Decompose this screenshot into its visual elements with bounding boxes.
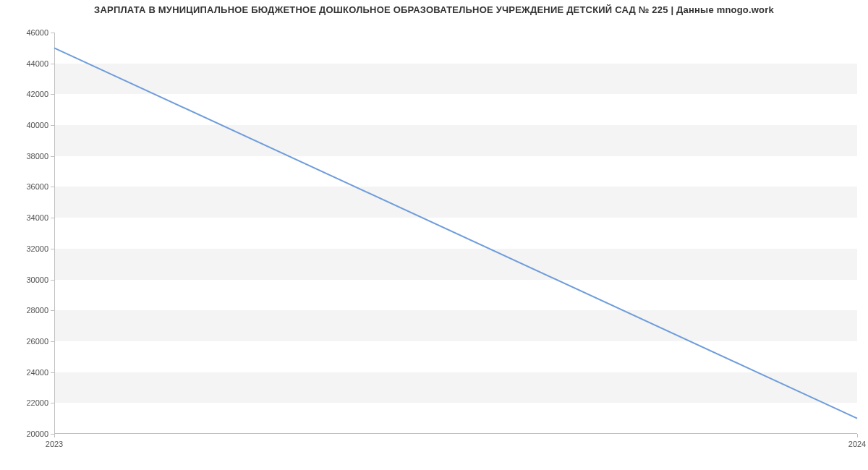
y-tick-mark [51,125,54,126]
y-tick-mark [51,280,54,281]
y-tick-label: 32000 [26,244,48,253]
y-tick-label: 42000 [26,90,48,98]
x-tick-mark [54,434,55,437]
y-tick-mark [51,403,54,403]
plot-area: 2000022000240002600028000300003200034000… [54,33,857,434]
y-tick-label: 40000 [26,121,48,129]
y-tick-mark [51,341,54,342]
y-tick-label: 28000 [26,306,48,315]
line-layer [54,33,857,434]
y-tick-mark [51,94,54,95]
x-tick-mark [857,434,858,437]
y-tick-label: 26000 [26,337,48,346]
y-tick-label: 38000 [26,152,48,161]
chart-title: ЗАРПЛАТА В МУНИЦИПАЛЬНОЕ БЮДЖЕТНОЕ ДОШКО… [0,4,868,15]
x-tick-label: 2023 [46,440,63,448]
y-tick-mark [51,33,54,33]
y-tick-mark [51,249,54,249]
chart-container: ЗАРПЛАТА В МУНИЦИПАЛЬНОЕ БЮДЖЕТНОЕ ДОШКО… [0,0,868,470]
series-line [54,48,857,418]
y-tick-label: 20000 [26,430,48,438]
y-tick-label: 36000 [26,182,48,191]
x-tick-label: 2024 [848,440,866,448]
y-tick-mark [51,310,54,311]
y-tick-label: 22000 [26,398,48,407]
y-tick-label: 30000 [26,275,48,284]
y-tick-label: 24000 [26,368,48,377]
y-tick-mark [51,156,54,157]
y-tick-mark [51,64,54,64]
y-tick-mark [51,187,54,187]
y-tick-mark [51,372,54,373]
y-tick-label: 34000 [26,213,48,222]
y-tick-label: 46000 [26,28,48,37]
y-tick-label: 44000 [26,59,48,68]
y-tick-mark [51,218,54,218]
